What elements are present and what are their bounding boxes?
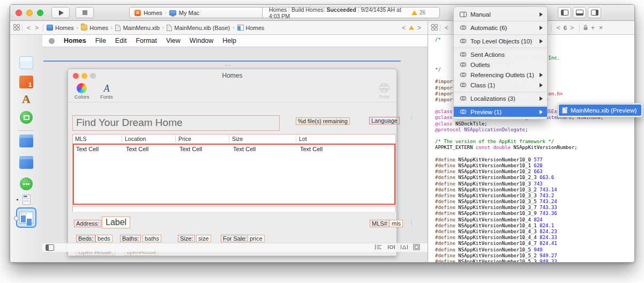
forward-button[interactable]: > [33, 24, 41, 32]
font-manager-object[interactable] [10, 111, 42, 124]
object-cube-1[interactable] [10, 135, 42, 147]
field-label-baths[interactable]: Baths: [120, 235, 141, 242]
breadcrumb-item-mainmenu-xib-base-[interactable]: MainMenu.xib (Base) [167, 25, 230, 31]
files-owner-placeholder[interactable] [10, 56, 42, 69]
heading-label[interactable]: Find Your Dream Home [72, 115, 280, 131]
menu-item-sent-actions[interactable]: Sent Actions [454, 49, 547, 59]
colors-toolbar-item[interactable]: Colors [74, 83, 89, 100]
embed-button[interactable] [413, 243, 420, 252]
menu-item-class-1-[interactable]: Class (1) [454, 80, 547, 90]
next-issue-button[interactable]: > [415, 24, 423, 32]
back-button[interactable]: < [443, 24, 451, 32]
column-header-lot[interactable]: Lot [299, 136, 307, 142]
apple-menu-icon[interactable] [49, 38, 55, 44]
table-cell[interactable]: Text Cell [233, 146, 256, 152]
designed-menu-format[interactable]: Format [136, 37, 157, 44]
designed-menu-edit[interactable]: Edit [115, 37, 127, 44]
autolayout-buttons [375, 243, 420, 252]
listings-table[interactable]: MLSLocationPriceSizeLot Text CellText Ce… [72, 134, 396, 212]
previous-issue-button[interactable]: < [400, 24, 408, 32]
field-label-price[interactable]: For Sale: [221, 235, 249, 242]
table-row[interactable]: Text CellText CellText CellText CellText… [74, 145, 394, 155]
designed-window[interactable]: Homes Colors A Fonts [68, 69, 397, 256]
menu-item-referencing-outlets-1-[interactable]: Referencing Outlets (1) [454, 70, 547, 80]
drag-handle-icon[interactable]: ⋯ [224, 62, 231, 69]
counterpart-icon [459, 82, 467, 88]
field-label-beds[interactable]: Beds: [76, 235, 95, 242]
previous-counterpart-button[interactable]: < [555, 24, 563, 32]
field-input-baths[interactable]: baths [143, 235, 161, 242]
column-header-location[interactable]: Location [125, 136, 146, 142]
table-cell[interactable]: Text Cell [126, 146, 148, 152]
assistant-icon [459, 12, 467, 17]
resize-handle-icon[interactable]: ⋮ [409, 222, 414, 224]
designed-app-menu[interactable]: Homes [64, 37, 86, 44]
close-assistant-editor-button[interactable]: × [597, 24, 604, 32]
field-input-size[interactable]: size [196, 235, 211, 242]
main-menu-object[interactable] [10, 195, 42, 205]
breadcrumb-item-homes[interactable]: Homes [47, 25, 74, 31]
menu-item-localizations-3-[interactable]: Localizations (3) [454, 93, 547, 103]
column-header-size[interactable]: Size [232, 136, 243, 142]
stop-button[interactable] [76, 7, 94, 18]
field-input-price[interactable]: price [248, 235, 265, 242]
object-cube-2[interactable] [10, 156, 42, 169]
address-label[interactable]: Address: [74, 220, 101, 227]
add-assistant-editor-button[interactable]: + [589, 24, 596, 32]
column-header-price[interactable]: Price [178, 136, 191, 142]
mls-value-field[interactable]: mls [390, 220, 403, 227]
menu-item-manual[interactable]: Manual [454, 9, 547, 19]
document-outline-toggle[interactable] [46, 244, 54, 251]
files-remaining-label[interactable]: %d file(s) remaining [296, 117, 350, 125]
resize-handle-icon[interactable]: ⋮ [409, 117, 414, 119]
designed-menu-view[interactable]: View [166, 37, 181, 44]
minimize-window-button[interactable] [26, 10, 33, 16]
color-wheel-icon [77, 83, 87, 93]
breadcrumb-item-homes[interactable]: Homes [81, 25, 108, 31]
divider [440, 24, 440, 32]
submenu-arrow-icon [540, 96, 543, 101]
pin-button[interactable] [387, 243, 395, 252]
fonts-toolbar-item[interactable]: A Fonts [100, 83, 113, 100]
designed-menu-file[interactable]: File [95, 37, 106, 44]
first-responder-placeholder[interactable] [10, 76, 42, 88]
back-button[interactable]: < [25, 24, 33, 32]
toggle-navigator-button[interactable] [558, 7, 571, 18]
related-items-icon[interactable] [13, 24, 20, 32]
field-label-size[interactable]: Size: [178, 235, 195, 242]
address-value-label[interactable]: Label [102, 217, 130, 228]
designed-menu-help[interactable]: Help [222, 37, 236, 44]
breadcrumb-item-mainmenu-xib[interactable]: MainMenu.xib [115, 25, 159, 31]
menu-item-top-level-objects-10-[interactable]: Top Level Objects (10) [454, 36, 547, 46]
warning-badge[interactable]: 26 [411, 10, 425, 16]
column-header-mls[interactable]: MLS [75, 136, 87, 142]
table-cell[interactable]: Text Cell [76, 146, 99, 152]
resolve-issues-button[interactable] [400, 243, 408, 252]
issue-stepper: < > [400, 24, 423, 32]
close-window-button[interactable] [16, 10, 22, 16]
menu-divider [454, 21, 547, 21]
menu-item-automatic-6-[interactable]: Automatic (6) [454, 23, 547, 33]
designed-menu-window[interactable]: Window [190, 37, 213, 44]
code-line: #define NSAppKitVersionNumber10_3 743 [435, 181, 634, 187]
related-items-icon[interactable] [431, 24, 438, 32]
toggle-debug-area-button[interactable] [573, 7, 586, 18]
next-counterpart-button[interactable]: > [568, 24, 576, 32]
menu-item-preview-1-[interactable]: Preview (1) [454, 107, 547, 117]
menu-controller-object[interactable] [10, 177, 42, 190]
menu-item-outlets[interactable]: Outlets [454, 59, 547, 70]
table-cell[interactable]: Text Cell [300, 146, 323, 152]
window-object-selected[interactable] [10, 207, 42, 228]
mls-number-label[interactable]: MLS#: [370, 220, 391, 227]
toggle-inspector-button[interactable] [588, 7, 601, 18]
submenu-item-mainmenu-preview[interactable]: MainMenu.xib (Preview) [559, 105, 641, 116]
stack-button[interactable] [375, 243, 383, 252]
language-button[interactable]: Language [369, 117, 400, 124]
zoom-window-button[interactable] [37, 10, 43, 16]
application-placeholder[interactable]: A [10, 93, 42, 106]
counterpart-icon [459, 38, 467, 44]
field-input-beds[interactable]: beds [95, 235, 113, 242]
table-cell[interactable]: Text Cell [179, 146, 202, 152]
run-button[interactable] [51, 7, 70, 18]
breadcrumb-item-homes[interactable]: Homes [237, 25, 265, 31]
